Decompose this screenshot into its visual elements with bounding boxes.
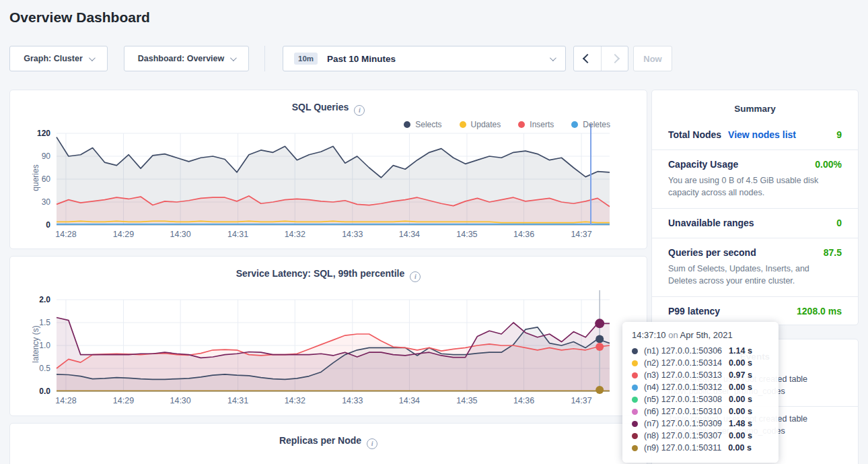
summary-row-total-nodes: Total Nodes View nodes list 9 — [652, 121, 858, 150]
summary-value: 0 — [836, 218, 842, 228]
info-icon[interactable]: i — [354, 105, 365, 116]
summary-row-queries-per-second: Queries per second 87.5 Sum of Selects, … — [652, 238, 858, 297]
tooltip-node-address: (n9) 127.0.0.1:50311 — [644, 443, 721, 453]
tooltip-node-row: (n8) 127.0.0.1:503070.00 s — [632, 430, 769, 442]
svg-text:14:28: 14:28 — [55, 396, 76, 405]
tooltip-node-row: (n3) 127.0.0.1:503130.97 s — [632, 369, 769, 381]
node-color-dot-icon — [632, 409, 638, 415]
legend-label: Updates — [471, 120, 501, 129]
summary-title: Summary — [652, 90, 858, 121]
summary-value: 9 — [836, 129, 842, 140]
tooltip-node-address: (n6) 127.0.0.1:50310 — [644, 407, 722, 416]
service-latency-panel: 14:2814:2914:3014:3114:3214:3314:3414:35… — [9, 256, 647, 416]
svg-text:14:28: 14:28 — [55, 230, 76, 239]
chart-hover-tooltip: 14:37:10 on Apr 5th, 2021 (n1) 127.0.0.1… — [622, 322, 779, 463]
tooltip-node-row: (n1) 127.0.0.1:503061.14 s — [632, 345, 769, 357]
svg-text:14:29: 14:29 — [113, 396, 134, 405]
summary-value: 0.00% — [815, 159, 842, 170]
svg-text:14:29: 14:29 — [113, 230, 134, 239]
svg-text:14:30: 14:30 — [170, 396, 190, 405]
tooltip-node-latency: 0.00 s — [729, 407, 752, 416]
legend-dot-icon — [518, 121, 525, 128]
legend-dot-icon — [404, 121, 410, 128]
chart-title: Service Latency: SQL, 99th percentilei — [10, 268, 647, 282]
svg-text:14:33: 14:33 — [342, 230, 363, 239]
tooltip-node-address: (n4) 127.0.0.1:50312 — [644, 383, 722, 392]
summary-subtext: Sum of Selects, Updates, Inserts, and De… — [668, 263, 836, 287]
chevron-left-icon — [583, 54, 592, 63]
toolbar-divider — [264, 46, 265, 71]
chevron-down-icon — [230, 55, 237, 61]
node-color-dot-icon — [632, 445, 638, 451]
y-axis-label: latency (s) — [15, 277, 56, 411]
svg-text:14:36: 14:36 — [513, 230, 534, 239]
svg-text:14:31: 14:31 — [227, 396, 248, 405]
info-icon[interactable]: i — [367, 438, 377, 449]
summary-value: 1208.0 ms — [797, 306, 842, 317]
summary-row-unavailable-ranges: Unavailable ranges 0 — [652, 209, 858, 238]
node-color-dot-icon — [632, 372, 638, 378]
svg-text:14:35: 14:35 — [456, 396, 477, 405]
y-axis-label: queries — [15, 110, 56, 245]
tooltip-node-latency: 0.00 s — [729, 383, 752, 392]
chart-title: Replicas per Nodei — [10, 435, 647, 449]
svg-text:14:34: 14:34 — [399, 230, 420, 239]
tooltip-node-row: (n5) 127.0.0.1:503080.00 s — [632, 393, 769, 405]
summary-row-capacity-usage: Capacity Usage 0.00% You are using 0 B o… — [652, 150, 858, 209]
chevron-down-icon — [89, 55, 96, 61]
legend-dot-icon — [460, 121, 466, 128]
info-icon[interactable]: i — [410, 271, 421, 282]
summary-label: Queries per second — [668, 247, 756, 258]
tooltip-node-latency: 0.00 s — [729, 358, 752, 368]
node-color-dot-icon — [632, 385, 638, 391]
tooltip-node-latency: 0.00 s — [729, 431, 752, 440]
svg-text:14:35: 14:35 — [456, 230, 477, 239]
svg-text:14:34: 14:34 — [399, 396, 420, 405]
legend-item-updates[interactable]: Updates — [460, 120, 501, 129]
tooltip-node-row: (n4) 127.0.0.1:503120.00 s — [632, 381, 769, 393]
summary-label: P99 latency — [668, 306, 720, 317]
replicas-per-node-panel: Replicas per Nodei — [9, 423, 647, 464]
time-window-label: Past 10 Minutes — [327, 54, 550, 64]
time-window-select[interactable]: 10m Past 10 Minutes — [283, 46, 566, 71]
legend-item-selects[interactable]: Selects — [404, 120, 441, 129]
summary-label: Unavailable ranges — [668, 218, 754, 228]
tooltip-rows: (n1) 127.0.0.1:503061.14 s(n2) 127.0.0.1… — [632, 345, 769, 454]
node-color-dot-icon — [632, 348, 638, 354]
svg-text:14:36: 14:36 — [513, 396, 534, 405]
tooltip-node-address: (n2) 127.0.0.1:50314 — [644, 358, 722, 368]
legend-item-deletes[interactable]: Deletes — [571, 120, 610, 129]
summary-panel: Summary Total Nodes View nodes list 9 Ca… — [651, 90, 859, 325]
legend-dot-icon — [571, 121, 578, 128]
tooltip-node-latency: 0.97 s — [729, 370, 752, 380]
node-color-dot-icon — [632, 433, 638, 439]
graph-dropdown[interactable]: Graph: Cluster — [9, 46, 108, 71]
chevron-down-icon — [550, 55, 556, 61]
view-nodes-list-link[interactable]: View nodes list — [728, 129, 796, 140]
summary-value: 87.5 — [824, 247, 842, 258]
next-timewindow-button[interactable] — [601, 46, 628, 71]
tooltip-node-address: (n5) 127.0.0.1:50308 — [644, 395, 722, 404]
page-title: Overview Dashboard — [9, 9, 150, 26]
graph-dropdown-label: Graph: Cluster — [24, 54, 83, 63]
sql-queries-panel: 14:2814:2914:3014:3114:3214:3314:3414:35… — [9, 90, 647, 249]
node-color-dot-icon — [632, 360, 638, 366]
summary-label: Capacity Usage — [668, 159, 738, 170]
legend-item-inserts[interactable]: Inserts — [518, 120, 554, 129]
dashboard-dropdown-label: Dashboard: Overview — [138, 54, 225, 63]
time-step-buttons — [573, 46, 628, 71]
svg-text:14:30: 14:30 — [170, 230, 190, 239]
tooltip-node-row: (n7) 127.0.0.1:503091.48 s — [632, 418, 769, 430]
summary-subtext: You are using 0 B of 4.5 GiB usable disk… — [668, 174, 836, 199]
now-button[interactable]: Now — [633, 46, 672, 71]
tooltip-timestamp: 14:37:10 on Apr 5th, 2021 — [632, 330, 769, 340]
sql-legend: SelectsUpdatesInsertsDeletes — [404, 120, 610, 129]
dashboard-dropdown[interactable]: Dashboard: Overview — [124, 46, 249, 71]
legend-label: Inserts — [530, 120, 554, 129]
svg-text:14:37: 14:37 — [571, 396, 591, 405]
previous-timewindow-button[interactable] — [574, 46, 601, 71]
tooltip-node-row: (n9) 127.0.0.1:503110.00 s — [632, 442, 769, 454]
tooltip-node-row: (n2) 127.0.0.1:503140.00 s — [632, 357, 769, 369]
tooltip-node-latency: 0.00 s — [729, 395, 752, 404]
tooltip-node-address: (n1) 127.0.0.1:50306 — [644, 346, 722, 356]
